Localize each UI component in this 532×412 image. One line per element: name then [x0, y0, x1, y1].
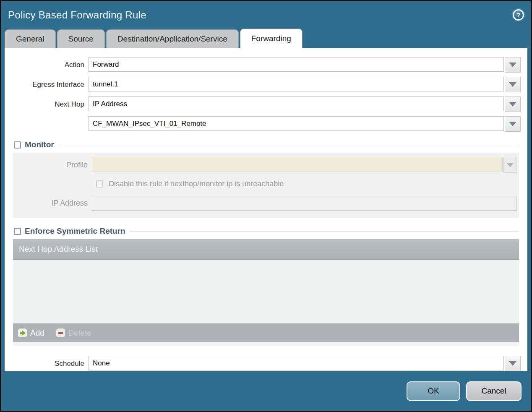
next-hop-type-input[interactable] [89, 96, 504, 111]
add-button-label: Add [30, 329, 44, 338]
next-hop-address-list-header-label: Next Hop Address List [19, 245, 98, 254]
dropdown-arrow-icon [509, 63, 516, 67]
next-hop-row: Next Hop [5, 96, 527, 112]
next-hop-address-dropdown-button[interactable] [505, 116, 521, 132]
ok-button[interactable]: OK [407, 381, 460, 401]
monitor-checkbox[interactable] [14, 141, 21, 149]
egress-interface-label: Egress Interface [5, 81, 89, 89]
disable-rule-checkbox [96, 180, 103, 188]
monitor-ip-address-label: IP Address [13, 199, 92, 208]
egress-interface-input[interactable] [89, 77, 504, 91]
table-toolbar: Add Delete [13, 323, 519, 342]
disable-rule-row: Disable this rule if nexthop/monitor ip … [96, 180, 519, 188]
next-hop-address-list-header: Next Hop Address List [13, 239, 519, 260]
minus-icon [56, 329, 65, 337]
dropdown-arrow-icon [509, 361, 516, 366]
monitor-label: Monitor [25, 140, 54, 149]
profile-input [92, 157, 503, 172]
table-bottom-spacer [13, 342, 519, 346]
schedule-row: Schedule [5, 356, 527, 371]
enforce-symmetric-return-label: Enforce Symmetric Return [25, 227, 125, 236]
monitor-ip-address-row: IP Address [13, 196, 519, 211]
next-hop-address-list-body [13, 260, 519, 323]
enforce-symmetric-return-checkbox[interactable] [14, 228, 21, 235]
egress-interface-dropdown-button[interactable] [505, 77, 521, 92]
next-hop-label: Next Hop [5, 100, 89, 109]
delete-button-label: Delete [68, 329, 91, 338]
profile-label: Profile [13, 161, 92, 169]
tab-source[interactable]: Source [57, 29, 105, 48]
dialog-footer: OK Cancel [1, 371, 531, 411]
action-row: Action [5, 57, 527, 73]
tab-forwarding[interactable]: Forwarding [240, 29, 303, 48]
title-bar: Policy Based Forwarding Rule ? [1, 1, 531, 29]
delete-button: Delete [56, 329, 91, 338]
monitor-legend: Monitor [13, 140, 58, 149]
next-hop-dropdown-button[interactable] [505, 96, 521, 112]
dropdown-arrow-icon [506, 163, 514, 167]
plus-icon [18, 329, 27, 337]
tab-bar: General Source Destination/Application/S… [5, 29, 527, 48]
profile-dropdown-button [503, 157, 516, 173]
forwarding-tab-content: Action Egress Interface Next Hop [5, 48, 527, 371]
next-hop-address-list-table: Next Hop Address List Add Delete [13, 239, 519, 346]
action-dropdown-button[interactable] [505, 57, 521, 73]
dialog-title: Policy Based Forwarding Rule [8, 9, 146, 21]
dropdown-arrow-icon [509, 102, 516, 107]
help-icon[interactable]: ? [513, 9, 524, 21]
schedule-label: Schedule [5, 360, 89, 368]
action-input[interactable] [89, 57, 504, 72]
action-label: Action [5, 61, 89, 69]
profile-row: Profile [13, 157, 519, 173]
cancel-button[interactable]: Cancel [466, 381, 522, 401]
monitor-ip-address-input [92, 196, 516, 211]
dropdown-arrow-icon [509, 122, 516, 126]
tab-general[interactable]: General [5, 29, 56, 48]
egress-interface-row: Egress Interface [5, 77, 527, 92]
next-hop-address-input[interactable] [89, 116, 504, 131]
next-hop-address-row [5, 116, 527, 132]
monitor-panel: Profile Disable this rule if nexthop/mon… [13, 153, 519, 218]
policy-based-forwarding-dialog: Policy Based Forwarding Rule ? General S… [0, 0, 532, 412]
schedule-input[interactable] [89, 356, 504, 370]
enforce-symmetric-return-section: Enforce Symmetric Return Next Hop Addres… [13, 227, 519, 346]
add-button[interactable]: Add [18, 329, 44, 338]
schedule-dropdown-button[interactable] [505, 356, 521, 371]
enforce-symmetric-return-legend: Enforce Symmetric Return [13, 227, 130, 236]
monitor-section: Monitor Profile Disable this rule if nex… [13, 140, 519, 218]
dropdown-arrow-icon [509, 82, 516, 87]
disable-rule-label: Disable this rule if nexthop/monitor ip … [109, 180, 284, 188]
tab-destination-application-service[interactable]: Destination/Application/Service [106, 29, 239, 48]
